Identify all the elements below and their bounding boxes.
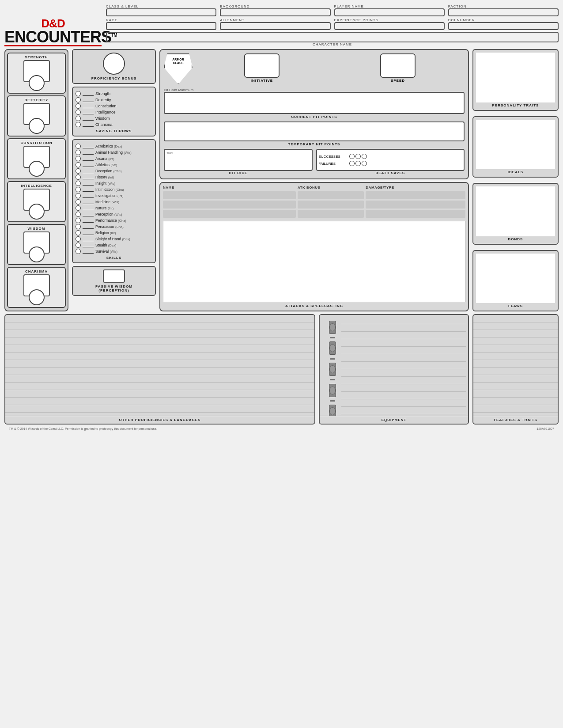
skill-nature-circle[interactable] [76, 205, 81, 211]
skill-survival-circle[interactable] [76, 249, 81, 254]
equipment-field[interactable] [340, 315, 468, 424]
features-field[interactable] [473, 315, 558, 416]
save-dexterity-circle[interactable] [76, 97, 81, 102]
hit-dice-section: Total HIT DICE [164, 149, 313, 175]
faction-input[interactable] [448, 8, 559, 16]
speed-field[interactable] [380, 53, 416, 78]
personality-field[interactable] [476, 53, 555, 102]
player-name-input[interactable] [334, 8, 445, 16]
skill-medicine-circle[interactable] [76, 199, 81, 205]
failure-circle-2[interactable] [355, 161, 361, 166]
success-circle-2[interactable] [355, 154, 361, 159]
bonds-field[interactable] [476, 186, 555, 236]
skill-deception-circle[interactable] [76, 168, 81, 174]
attack-row-1 [163, 191, 465, 199]
save-constitution: Constitution [76, 103, 152, 109]
skill-persuasion-circle[interactable] [76, 224, 81, 229]
dexterity-modifier[interactable] [29, 118, 45, 134]
save-intelligence-circle[interactable] [76, 110, 81, 115]
constitution-modifier[interactable] [29, 161, 45, 177]
skill-perception-circle[interactable] [76, 212, 81, 217]
save-strength-circle[interactable] [76, 91, 81, 96]
hit-dice-field[interactable]: Total [164, 149, 313, 171]
attack-2-name[interactable] [163, 201, 296, 209]
spine-ring-4 [329, 387, 336, 394]
stat-block: STRENGTH DEXTERITY CONSTITUTION INTELLIG… [4, 49, 68, 311]
attack-2-bonus[interactable] [298, 201, 364, 209]
success-circle-3[interactable] [362, 154, 367, 159]
attack-row-2 [163, 201, 465, 209]
skill-medicine: Medicine (Wis) [76, 199, 152, 205]
hit-dice-row: Total HIT DICE SUCCESSES [164, 149, 465, 175]
success-circle-1[interactable] [349, 154, 355, 159]
proficiencies-field[interactable] [5, 315, 314, 416]
skill-arcana-circle[interactable] [76, 156, 81, 161]
char-name-area: CHARACTER NAME [106, 32, 559, 46]
alignment-field: ALIGNMENT [220, 18, 330, 30]
attack-1-damage[interactable] [366, 191, 465, 199]
dci-field: DCI NUMBER [448, 18, 559, 30]
attack-3-bonus[interactable] [298, 210, 364, 218]
passive-wisdom-value[interactable] [103, 269, 125, 283]
attacks-notes-field[interactable] [163, 221, 465, 302]
skill-persuasion: Persuasion (Cha) [76, 224, 152, 229]
initiative-box: INITIATIVE [195, 53, 329, 83]
skill-animal-handling-circle[interactable] [76, 150, 81, 155]
wisdom-stat: WISDOM [7, 224, 66, 265]
dci-input[interactable] [448, 22, 559, 30]
xp-input[interactable] [334, 22, 445, 30]
flaws-field[interactable] [476, 254, 555, 303]
failure-circle-1[interactable] [349, 161, 355, 166]
alignment-input[interactable] [220, 22, 330, 30]
skill-performance: Performance (Cha) [76, 218, 152, 223]
strength-modifier[interactable] [29, 75, 45, 91]
skill-investigation-circle[interactable] [76, 193, 81, 198]
skill-stealth-circle[interactable] [76, 243, 81, 248]
charisma-modifier[interactable] [29, 289, 45, 305]
xp-field: EXPERIENCE POINTS [334, 18, 445, 30]
logo-area: D&D ENCOUNTERSTM [4, 18, 102, 46]
wisdom-modifier[interactable] [29, 246, 45, 262]
spine-connector-2 [329, 341, 336, 355]
class-level-input[interactable] [106, 8, 216, 16]
skill-sleight-of-hand: Sleight of Hand (Dex) [76, 236, 152, 242]
equipment-spine [328, 315, 337, 424]
skill-history-circle[interactable] [76, 174, 81, 180]
right-col: PERSONALITY TRAITS IDEALS BONDS FLAWS [472, 49, 559, 311]
success-circles [349, 154, 367, 159]
temp-hp-field[interactable] [164, 121, 465, 141]
skill-arcana: Arcana (Int) [76, 156, 152, 161]
save-wisdom-circle[interactable] [76, 116, 81, 121]
skill-performance-circle[interactable] [76, 218, 81, 223]
skill-acrobatics-circle[interactable] [76, 144, 81, 149]
race-input[interactable] [106, 22, 216, 30]
header-row-2: RACE ALIGNMENT EXPERIENCE POINTS DCI NUM… [106, 18, 559, 30]
armor-class-shield[interactable]: ARMORCLASS [164, 53, 193, 84]
background-input[interactable] [220, 8, 330, 16]
proficiency-circle[interactable] [103, 53, 125, 75]
skill-insight-circle[interactable] [76, 181, 81, 186]
char-name-input[interactable] [106, 32, 559, 42]
skill-sleight-circle[interactable] [76, 236, 81, 242]
ability-scores-col: STRENGTH DEXTERITY CONSTITUTION INTELLIG… [4, 49, 68, 311]
skill-intimidation-circle[interactable] [76, 187, 81, 192]
ideals-field[interactable] [476, 120, 555, 170]
spine-connector-4 [329, 384, 336, 397]
faction-field: FACTION [448, 4, 559, 16]
skill-religion-circle[interactable] [76, 230, 81, 235]
attack-1-name[interactable] [163, 191, 296, 199]
attack-3-name[interactable] [163, 210, 296, 218]
speed-box: SPEED [331, 53, 465, 83]
skill-nature: Nature (Int) [76, 205, 152, 211]
spine-ring-3 [329, 365, 336, 373]
skill-athletics-circle[interactable] [76, 162, 81, 167]
save-charisma-circle[interactable] [76, 122, 81, 127]
attack-1-bonus[interactable] [298, 191, 364, 199]
attack-2-damage[interactable] [366, 201, 465, 209]
current-hp-field[interactable] [164, 92, 465, 114]
save-constitution-circle[interactable] [76, 103, 81, 109]
initiative-field[interactable] [244, 53, 280, 78]
attack-3-damage[interactable] [366, 210, 465, 218]
intelligence-modifier[interactable] [29, 204, 45, 220]
failure-circle-3[interactable] [362, 161, 367, 166]
